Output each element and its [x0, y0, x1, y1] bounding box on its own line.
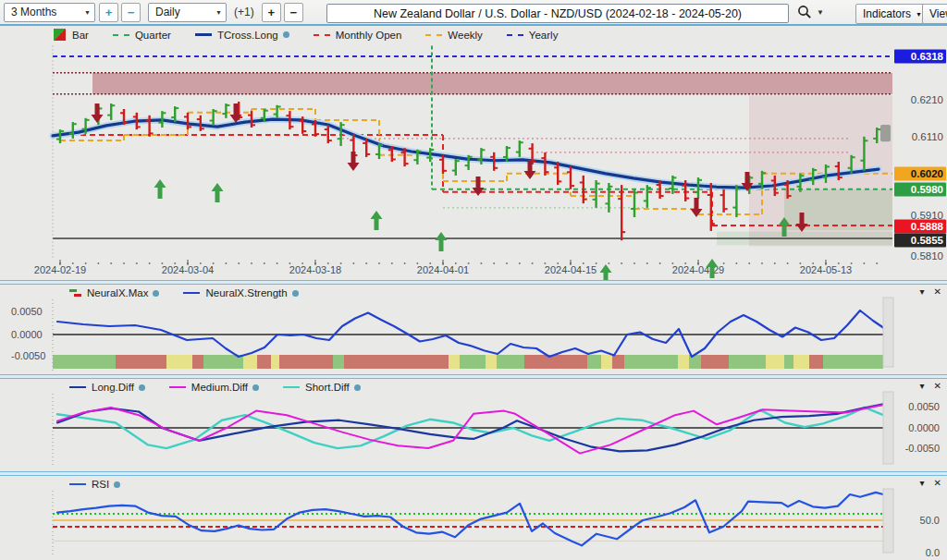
diff-panel: Long.Diff Medium.Diff Short.Diff ▾ ✕ 0.0… — [0, 379, 947, 471]
offset-plus-button[interactable]: + — [262, 3, 281, 22]
range-select[interactable]: 3 Months ▼ — [4, 3, 95, 22]
legend-item-yearly[interactable]: Yearly — [507, 30, 559, 41]
value-tick-label: 0.0050 — [895, 401, 940, 412]
diff-plot — [0, 379, 947, 471]
legend-item-neuralx-strength[interactable]: NeuralX.Strength — [183, 287, 298, 298]
panel-controls: ▾ ✕ — [920, 478, 941, 488]
info-dot-icon[interactable] — [292, 290, 299, 297]
legend-item-long-diff[interactable]: Long.Diff — [69, 382, 145, 393]
view-button[interactable]: View — [922, 4, 947, 24]
symbol-title: New Zealand Dollar / U.S. Dollar - NZD/U… — [374, 7, 742, 20]
quarter-line-icon — [113, 34, 129, 36]
chevron-down-icon: ▼ — [817, 8, 824, 17]
chevron-down-icon: ▼ — [84, 9, 91, 16]
range-zoom-out-button[interactable]: − — [121, 3, 141, 22]
value-tick-label: -0.0050 — [11, 350, 45, 361]
value-tick-label: 0.0000 — [895, 422, 940, 433]
bar-swatch-icon — [54, 29, 66, 41]
price-chart-plot — [0, 26, 947, 280]
info-dot-icon[interactable] — [252, 384, 259, 391]
price-chart-legend: Bar Quarter TCross.Long Monthly Open Wee… — [54, 29, 582, 41]
neuralx-strength-line-icon — [183, 292, 200, 294]
legend-item-rsi[interactable]: RSI — [69, 479, 120, 490]
value-tick-label: 0.0 — [895, 547, 940, 558]
rsi-legend: RSI — [69, 479, 144, 490]
panel-controls: ▾ ✕ — [920, 381, 941, 391]
value-tick-label: 0.0050 — [11, 306, 43, 317]
range-zoom-in-button[interactable]: + — [99, 3, 118, 22]
value-tick-label: 50.0 — [895, 515, 940, 526]
price-chart-panel: Bar Quarter TCross.Long Monthly Open Wee… — [0, 26, 947, 280]
neuralx-legend: NeuralX.Max NeuralX.Strength — [69, 287, 323, 298]
diff-legend: Long.Diff Medium.Diff Short.Diff — [69, 382, 385, 393]
close-panel-icon[interactable]: ✕ — [934, 286, 941, 297]
symbol-title-box[interactable]: New Zealand Dollar / U.S. Dollar - NZD/U… — [326, 4, 789, 23]
info-dot-icon[interactable] — [153, 290, 159, 297]
panel-controls: ▾ ✕ — [920, 286, 941, 297]
symbol-search[interactable]: ▼ — [797, 5, 824, 19]
search-icon — [797, 5, 812, 19]
rsi-line-icon — [69, 483, 86, 485]
info-dot-icon[interactable] — [139, 384, 145, 391]
range-select-value: 3 Months — [11, 6, 56, 18]
legend-item-quarter[interactable]: Quarter — [113, 30, 171, 41]
legend-item-bar[interactable]: Bar — [54, 29, 89, 41]
period-select-value: Daily — [155, 6, 180, 18]
neuralx-panel: NeuralX.Max NeuralX.Strength ▾ ✕ 0.00500… — [0, 285, 947, 374]
offset-minus-button[interactable]: − — [284, 3, 303, 22]
bar-offset-label: (+1) — [234, 6, 254, 18]
tcross-line-icon — [195, 33, 212, 36]
chevron-down-icon: ▼ — [215, 9, 222, 16]
period-select[interactable]: Daily ▼ — [148, 3, 227, 22]
legend-item-short-diff[interactable]: Short.Diff — [283, 382, 361, 393]
medium-diff-line-icon — [169, 386, 186, 388]
info-dot-icon[interactable] — [114, 481, 120, 488]
yearly-line-icon — [507, 34, 523, 36]
legend-item-medium-diff[interactable]: Medium.Diff — [169, 382, 259, 393]
legend-item-neuralx-max[interactable]: NeuralX.Max — [69, 287, 159, 298]
rsi-panel: RSI ▾ ✕ 50.00.0 — [0, 476, 947, 560]
close-panel-icon[interactable]: ✕ — [934, 478, 941, 488]
value-tick-label: 0.0000 — [11, 329, 43, 340]
legend-item-monthly-open[interactable]: Monthly Open — [314, 30, 402, 41]
legend-item-tcross-long[interactable]: TCross.Long — [195, 30, 289, 41]
neuralx-max-icon — [69, 289, 81, 298]
collapse-panel-icon[interactable]: ▾ — [920, 478, 925, 488]
short-diff-line-icon — [283, 386, 300, 388]
weekly-line-icon — [425, 34, 442, 36]
legend-item-weekly[interactable]: Weekly — [425, 30, 483, 41]
value-tick-label: -0.0050 — [895, 443, 940, 454]
main-toolbar: 3 Months ▼ + − Daily ▼ (+1) + − New Zeal… — [0, 0, 947, 26]
indicators-button[interactable]: Indicators ▼ — [855, 4, 929, 24]
collapse-panel-icon[interactable]: ▾ — [920, 381, 925, 391]
long-diff-line-icon — [69, 386, 86, 388]
close-panel-icon[interactable]: ✕ — [934, 381, 941, 391]
info-dot-icon[interactable] — [283, 31, 289, 38]
monthly-open-line-icon — [314, 34, 330, 36]
chevron-down-icon: ▼ — [916, 11, 922, 18]
info-dot-icon[interactable] — [354, 384, 361, 391]
charting-app: { "toolbar":{ "range_select":"3 Months",… — [0, 0, 947, 560]
collapse-panel-icon[interactable]: ▾ — [920, 286, 925, 297]
